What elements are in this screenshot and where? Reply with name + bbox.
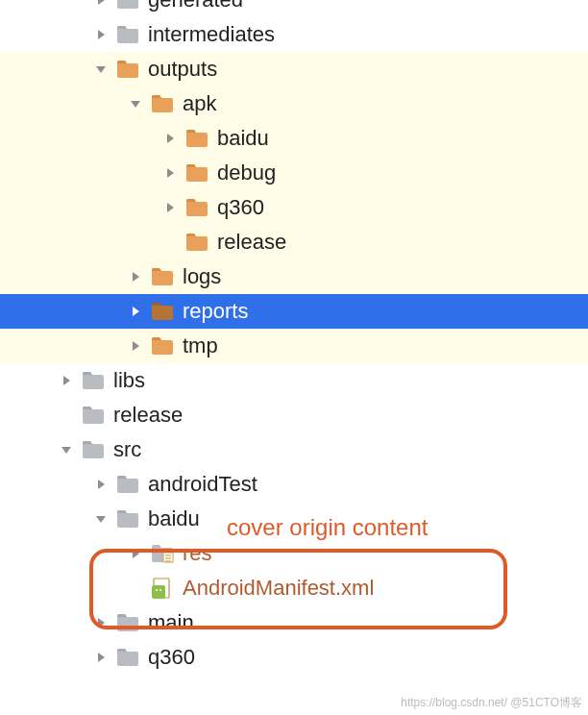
folder-icon — [150, 335, 175, 357]
folder-icon — [150, 93, 175, 114]
tree-item-label: logs — [183, 264, 221, 289]
folder-icon — [115, 647, 140, 668]
tree-item-label: q360 — [148, 645, 195, 670]
chevron-right-icon[interactable] — [161, 130, 179, 147]
tree-item[interactable]: AndroidManifest.xml — [0, 571, 588, 605]
tree-item[interactable]: libs — [0, 363, 588, 398]
tree-item-label: apk — [183, 91, 216, 116]
tree-item-label: q360 — [217, 195, 264, 220]
tree-item-label: intermediates — [148, 22, 275, 47]
folder-icon — [184, 128, 209, 149]
tree-item[interactable]: logs — [0, 259, 588, 294]
chevron-down-icon[interactable] — [92, 61, 110, 78]
tree-item[interactable]: res — [0, 536, 588, 571]
folder-icon — [81, 370, 106, 391]
file-tree: generated intermediates outputs apk baid… — [0, 0, 588, 675]
folder-icon — [115, 474, 140, 495]
tree-item[interactable]: q360 — [0, 640, 588, 675]
tree-item-label: src — [113, 437, 141, 462]
tree-item[interactable]: apk — [0, 86, 588, 121]
folder-icon — [184, 197, 209, 218]
chevron-right-icon[interactable] — [127, 337, 144, 355]
tree-item[interactable]: tmp — [0, 329, 588, 363]
tree-item-label: androidTest — [148, 472, 257, 497]
chevron-down-icon[interactable] — [127, 95, 144, 112]
tree-item[interactable]: release — [0, 225, 588, 259]
chevron-right-icon[interactable] — [92, 26, 110, 43]
tree-item-label: tmp — [183, 333, 218, 358]
folder-icon — [150, 301, 175, 322]
tree-item-label: baidu — [217, 126, 269, 151]
tree-item-label: main — [148, 610, 194, 635]
chevron-right-icon[interactable] — [127, 303, 144, 320]
chevron-right-icon[interactable] — [127, 268, 144, 285]
tree-item-label: AndroidManifest.xml — [183, 576, 374, 601]
folder-icon — [81, 439, 106, 460]
folder-icon — [115, 24, 140, 45]
tree-item[interactable]: src — [0, 432, 588, 467]
manifest-file-icon — [150, 578, 175, 599]
tree-item-label: reports — [183, 299, 248, 324]
tree-item[interactable]: q360 — [0, 190, 588, 225]
tree-item-label: res — [183, 541, 212, 566]
tree-item-label: debug — [217, 160, 276, 185]
res-folder-icon — [150, 543, 175, 564]
tree-item[interactable]: release — [0, 398, 588, 432]
tree-item[interactable]: reports — [0, 294, 588, 329]
watermark: https://blog.csdn.net/ @51CTO博客 — [401, 695, 582, 711]
svg-rect-9 — [153, 592, 155, 596]
folder-icon — [184, 232, 209, 253]
folder-icon — [150, 266, 175, 287]
svg-point-7 — [159, 589, 161, 591]
tree-item[interactable]: outputs — [0, 52, 588, 86]
folder-icon — [184, 162, 209, 184]
chevron-right-icon[interactable] — [58, 372, 75, 389]
folder-icon — [115, 508, 140, 530]
chevron-right-icon[interactable] — [127, 545, 144, 562]
svg-point-6 — [156, 589, 158, 591]
chevron-right-icon[interactable] — [92, 649, 110, 666]
tree-item-label: generated — [148, 0, 243, 12]
tree-item-label: outputs — [148, 57, 217, 82]
folder-icon — [81, 405, 106, 426]
folder-icon — [115, 59, 140, 80]
chevron-right-icon[interactable] — [161, 199, 179, 216]
tree-item-label: baidu — [148, 506, 200, 531]
svg-rect-8 — [155, 592, 162, 597]
tree-item[interactable]: intermediates — [0, 17, 588, 52]
tree-item-label: release — [217, 230, 286, 255]
chevron-down-icon[interactable] — [92, 510, 110, 528]
chevron-right-icon[interactable] — [92, 614, 110, 631]
tree-item[interactable]: main — [0, 605, 588, 640]
tree-item-label: libs — [113, 368, 145, 393]
chevron-down-icon[interactable] — [58, 441, 75, 458]
tree-item[interactable]: baidu — [0, 121, 588, 156]
chevron-right-icon[interactable] — [161, 164, 179, 182]
tree-item[interactable]: debug — [0, 156, 588, 190]
folder-icon — [115, 612, 140, 633]
chevron-right-icon[interactable] — [92, 476, 110, 493]
tree-item[interactable]: generated — [0, 0, 588, 17]
chevron-right-icon[interactable] — [92, 0, 110, 9]
tree-item[interactable]: androidTest — [0, 467, 588, 502]
tree-item-label: release — [113, 403, 183, 428]
folder-icon — [115, 0, 140, 11]
tree-item[interactable]: baidu — [0, 502, 588, 536]
svg-rect-10 — [162, 592, 164, 596]
